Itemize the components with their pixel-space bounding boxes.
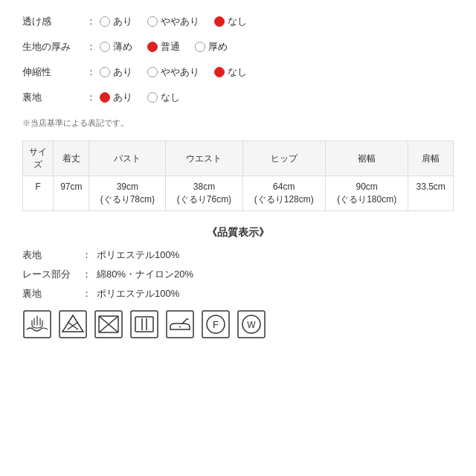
- radio-item[interactable]: あり: [100, 15, 132, 28]
- property-colon: ：: [82, 91, 100, 104]
- quality-row: レース部分：綿80%・ナイロン20%: [22, 268, 454, 281]
- radio-unselected: [147, 92, 158, 103]
- property-label: 裏地: [22, 91, 82, 104]
- care-icon-dry-clean-f: F: [201, 309, 231, 339]
- property-row: 透け感：ありややありなし: [22, 15, 454, 28]
- quality-row: 表地：ポリエステル100%: [22, 248, 454, 262]
- quality-section: 《品質表示》 表地：ポリエステル100%レース部分：綿80%・ナイロン20%裏地…: [22, 226, 454, 339]
- care-icon-hang-dry: [129, 309, 159, 339]
- size-table-header-6: 肩幅: [408, 141, 454, 176]
- svg-point-13: [179, 326, 181, 327]
- radio-unselected: [147, 67, 158, 77]
- radio-selected: [214, 67, 225, 77]
- property-colon: ：: [82, 65, 100, 79]
- quality-row: 裏地：ポリエステル100%: [22, 287, 454, 300]
- property-label: 生地の厚み: [22, 40, 82, 54]
- size-table-header-4: ヒップ: [242, 141, 325, 176]
- radio-selected: [214, 16, 225, 27]
- svg-rect-9: [135, 317, 153, 332]
- radio-selected: [147, 42, 158, 52]
- quality-colon: ：: [82, 248, 97, 262]
- radio-options: ありなし: [100, 91, 454, 104]
- size-table-header-0: サイズ: [23, 141, 54, 176]
- radio-options: 薄め普通厚め: [100, 40, 454, 54]
- radio-label: あり: [113, 65, 132, 79]
- size-table-cell-0: F: [23, 176, 54, 211]
- quality-value: ポリエステル100%: [97, 248, 454, 262]
- radio-item[interactable]: あり: [100, 91, 132, 104]
- properties-section: 透け感：ありややありなし生地の厚み：薄め普通厚め伸縮性：ありややありなし裏地：あ…: [22, 15, 454, 104]
- radio-item[interactable]: なし: [147, 91, 180, 104]
- radio-item[interactable]: ややあり: [147, 15, 199, 28]
- radio-label: なし: [228, 65, 247, 79]
- radio-item[interactable]: あり: [100, 65, 132, 79]
- quality-colon: ：: [82, 287, 97, 300]
- radio-label: なし: [228, 15, 247, 28]
- size-table-cell-1: 97cm: [54, 176, 89, 211]
- radio-unselected: [100, 42, 110, 52]
- quality-value: 綿80%・ナイロン20%: [97, 268, 454, 281]
- radio-item[interactable]: 薄め: [100, 40, 132, 54]
- radio-label: あり: [113, 91, 132, 104]
- radio-item[interactable]: 厚め: [195, 40, 228, 54]
- care-icon-handwash: [22, 309, 52, 339]
- radio-unselected: [147, 16, 158, 27]
- svg-text:W: W: [247, 320, 256, 330]
- property-colon: ：: [82, 15, 100, 28]
- property-row: 伸縮性：ありややありなし: [22, 65, 454, 79]
- radio-options: ありややありなし: [100, 15, 454, 28]
- radio-item[interactable]: なし: [214, 15, 247, 28]
- quality-value: ポリエステル100%: [97, 287, 454, 300]
- property-label: 透け感: [22, 15, 82, 28]
- quality-label: レース部分: [22, 268, 82, 281]
- note-text: ※当店基準による表記です。: [22, 118, 454, 129]
- care-icon-dry-clean-w: W: [237, 309, 266, 339]
- quality-label: 表地: [22, 248, 82, 262]
- property-row: 生地の厚み：薄め普通厚め: [22, 40, 454, 54]
- property-colon: ：: [82, 40, 100, 54]
- radio-unselected: [100, 16, 110, 27]
- property-row: 裏地：ありなし: [22, 91, 454, 104]
- radio-label: ややあり: [161, 65, 199, 79]
- quality-colon: ：: [82, 268, 97, 281]
- size-table-header-2: バスト: [89, 141, 166, 176]
- radio-label: あり: [113, 15, 132, 28]
- radio-label: 厚め: [208, 40, 228, 54]
- size-table-cell-4: 64cm (ぐるり128cm): [242, 176, 325, 211]
- radio-label: なし: [161, 91, 180, 104]
- care-icon-iron: [165, 309, 195, 339]
- quality-label: 裏地: [22, 287, 82, 300]
- quality-title: 《品質表示》: [22, 226, 454, 239]
- radio-label: 普通: [161, 40, 180, 54]
- size-table-header-1: 着丈: [54, 141, 89, 176]
- radio-label: ややあり: [161, 15, 199, 28]
- size-table-cell-2: 39cm (ぐるり78cm): [89, 176, 166, 211]
- radio-selected: [100, 92, 110, 103]
- care-icon-no-bleach: [58, 309, 88, 339]
- size-table-header-5: 裾幅: [325, 141, 408, 176]
- size-table-header-3: ウエスト: [166, 141, 242, 176]
- radio-unselected: [195, 42, 205, 52]
- size-table-cell-6: 33.5cm: [408, 176, 454, 211]
- radio-unselected: [100, 67, 110, 77]
- property-label: 伸縮性: [22, 65, 82, 79]
- size-table-cell-5: 90cm (ぐるり180cm): [325, 176, 408, 211]
- care-icons: F W: [22, 309, 454, 339]
- size-table-row: F97cm39cm (ぐるり78cm)38cm (ぐるり76cm)64cm (ぐ…: [23, 176, 454, 211]
- svg-text:F: F: [213, 319, 219, 330]
- size-table-cell-3: 38cm (ぐるり76cm): [166, 176, 242, 211]
- radio-options: ありややありなし: [100, 65, 454, 79]
- care-icon-no-tumble: [94, 309, 123, 339]
- radio-item[interactable]: 普通: [147, 40, 180, 54]
- radio-item[interactable]: ややあり: [147, 65, 199, 79]
- radio-item[interactable]: なし: [214, 65, 247, 79]
- size-table: サイズ着丈バストウエストヒップ裾幅肩幅 F97cm39cm (ぐるり78cm)3…: [22, 141, 454, 211]
- radio-label: 薄め: [113, 40, 132, 54]
